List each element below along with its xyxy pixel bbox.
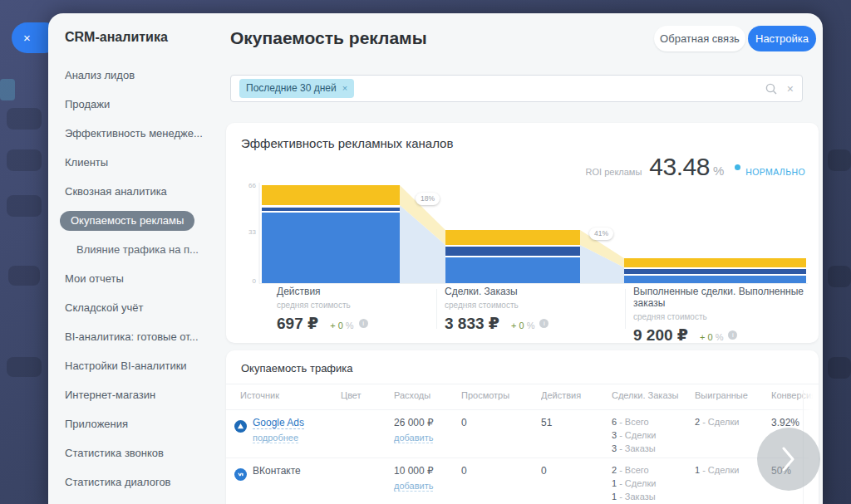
deals-orders-cell: 2- Всего 1- Сделки 1- Заказы: [612, 465, 695, 504]
views-value: 0: [461, 417, 541, 457]
stage1-blue-segment[interactable]: [262, 213, 400, 283]
traffic-card: Окупаемость трафика Источник Цвет Расход…: [226, 350, 819, 504]
sidebar-item-sales[interactable]: Продажи: [48, 90, 224, 119]
table-scroll-right-button[interactable]: [757, 428, 820, 491]
stage1-yellow-segment[interactable]: [262, 185, 400, 205]
stats-divider: [436, 289, 437, 329]
sidebar-item-traffic-impact[interactable]: Влияние трафика на п...: [48, 235, 224, 264]
bg-blur-shape: [828, 266, 851, 287]
stage2-blue-segment[interactable]: [445, 257, 580, 283]
table-row-vkontakte: ВКонтакте 10 000 ₽ добавить 0 0 2- Всего…: [226, 458, 819, 504]
source-name[interactable]: ВКонтакте: [253, 465, 301, 477]
filter-search-bar[interactable]: Последние 30 дней × ×: [230, 75, 803, 102]
bg-blur-shape: [7, 357, 42, 377]
stat-sublabel: средняя стоимость: [445, 301, 548, 310]
y-axis-tick-zero: 0: [253, 277, 257, 285]
funnel-chart: 66 33 0: [234, 174, 812, 295]
details-link[interactable]: подробнее: [253, 433, 298, 443]
stage1-navy-segment[interactable]: [262, 208, 400, 211]
sidebar-item-manager-efficiency[interactable]: Эффективность менедже...: [48, 119, 224, 148]
filter-chip-label: Последние 30 дней: [246, 82, 337, 94]
google-ads-icon: [234, 420, 247, 433]
bg-blur-shape: [8, 266, 40, 286]
stat-actions: Действия средняя стоимость 697 ₽ + 0 % i: [277, 286, 368, 333]
vkontakte-icon: [234, 468, 247, 481]
info-icon[interactable]: i: [728, 330, 737, 340]
crm-analytics-panel: CRM-аналитика Анализ лидов Продажи Эффек…: [48, 13, 823, 504]
add-expenses-link[interactable]: добавить: [394, 433, 433, 443]
stat-sublabel: средняя стоимость: [277, 301, 368, 310]
page-title: Окупаемость рекламы: [230, 28, 427, 48]
actions-value: 0: [541, 465, 612, 504]
filter-clear-icon[interactable]: ×: [787, 82, 794, 95]
sidebar-item-apps[interactable]: Приложения: [48, 409, 224, 438]
stage2-navy-segment[interactable]: [445, 247, 580, 256]
settings-button[interactable]: Настройка: [748, 26, 816, 51]
bg-blur-shape: [828, 357, 851, 379]
sidebar-item-ad-payback[interactable]: Окупаемость рекламы: [48, 206, 224, 235]
add-expenses-link[interactable]: добавить: [394, 481, 433, 492]
conversion-badge-1: 18%: [416, 193, 440, 205]
col-source: Источник: [240, 390, 341, 400]
actions-value: 51: [541, 417, 612, 457]
bg-blur-shape: [7, 195, 42, 217]
stat-label: Действия: [277, 286, 368, 297]
col-won: Выигранные: [695, 390, 771, 400]
info-icon[interactable]: i: [539, 319, 548, 328]
bg-blur-shape: [0, 79, 15, 100]
sidebar-item-ad-payback-pill: Окупаемость рекламы: [60, 211, 194, 231]
views-value: 0: [461, 465, 541, 504]
stat-delta-unit: %: [716, 332, 724, 342]
sidebar-menu: Анализ лидов Продажи Эффективность менед…: [48, 61, 224, 497]
sidebar-item-dialog-stats[interactable]: Статистика диалогов: [48, 467, 224, 497]
table-row-google-ads: Google Ads подробнее 26 000 ₽ добавить 0…: [226, 409, 819, 456]
sidebar-item-call-stats[interactable]: Статистика звонков: [48, 438, 224, 467]
funnel-card-title: Эффективность рекламных каналов: [241, 136, 453, 150]
col-color: Цвет: [341, 390, 394, 400]
expenses-value: 26 000 ₽: [394, 417, 434, 428]
col-expenses: Расходы: [394, 390, 461, 400]
stat-delta: + 0: [700, 332, 713, 342]
stat-completed-deals: Выполненные сделки. Выполненные заказы с…: [633, 286, 819, 345]
stat-value: 9 200 ₽: [633, 325, 688, 345]
table-header: Источник Цвет Расходы Просмотры Действия…: [226, 390, 819, 400]
sidebar-item-lead-analysis[interactable]: Анализ лидов: [48, 61, 224, 90]
sidebar-item-bi-settings[interactable]: Настройки BI-аналитики: [48, 351, 224, 380]
sidebar-item-end-to-end-analytics[interactable]: Сквозная аналитика: [48, 177, 224, 206]
bg-blur-shape: [7, 149, 42, 171]
sidebar-item-my-reports[interactable]: Мои отчеты: [48, 264, 224, 293]
info-icon[interactable]: i: [359, 319, 368, 328]
y-axis-tick-mid: 33: [248, 228, 256, 236]
bg-blur-shape: [7, 108, 42, 130]
feedback-button[interactable]: Обратная связь: [654, 26, 745, 51]
stat-value: 3 833 ₽: [445, 314, 499, 333]
stat-label: Выполненные сделки. Выполненные заказы: [633, 286, 819, 309]
sidebar-item-clients[interactable]: Клиенты: [48, 148, 224, 177]
sidebar-item-inventory[interactable]: Складской учёт: [48, 293, 224, 322]
filter-chip-last-30-days[interactable]: Последние 30 дней ×: [239, 79, 354, 98]
sidebar-item-online-store[interactable]: Интернет-магазин: [48, 380, 224, 409]
conversion-badge-2: 41%: [589, 228, 613, 240]
search-icon[interactable]: [765, 83, 777, 95]
sidebar-title: CRM-аналитика: [65, 30, 168, 45]
y-axis-tick-top: 66: [248, 182, 256, 189]
status-dot-icon: [735, 164, 740, 170]
chip-close-icon[interactable]: ×: [342, 83, 347, 93]
divider: [226, 384, 819, 384]
stat-deals-orders: Сделки. Заказы средняя стоимость 3 833 ₽…: [445, 286, 548, 333]
stat-delta-unit: %: [346, 321, 354, 330]
deals-orders-cell: 6- Всего 3- Сделки 3- Заказы: [612, 417, 695, 457]
close-icon: ×: [23, 32, 31, 44]
stat-delta: + 0: [330, 321, 343, 330]
col-views: Просмотры: [461, 390, 541, 400]
stats-divider: [625, 289, 626, 329]
stage3-navy-segment[interactable]: [624, 269, 806, 274]
source-link[interactable]: Google Ads: [253, 417, 304, 429]
stage3-blue-segment[interactable]: [624, 276, 806, 283]
stat-label: Сделки. Заказы: [445, 286, 548, 297]
stat-value: 697 ₽: [277, 314, 318, 333]
stage2-yellow-segment[interactable]: [445, 230, 580, 245]
sidebar-item-bi-ready-reports[interactable]: BI-аналитика: готовые от...: [48, 322, 224, 351]
screen: × CRM-аналитика Анализ лидов Продажи Эфф…: [0, 0, 851, 504]
stage3-yellow-segment[interactable]: [624, 258, 806, 267]
